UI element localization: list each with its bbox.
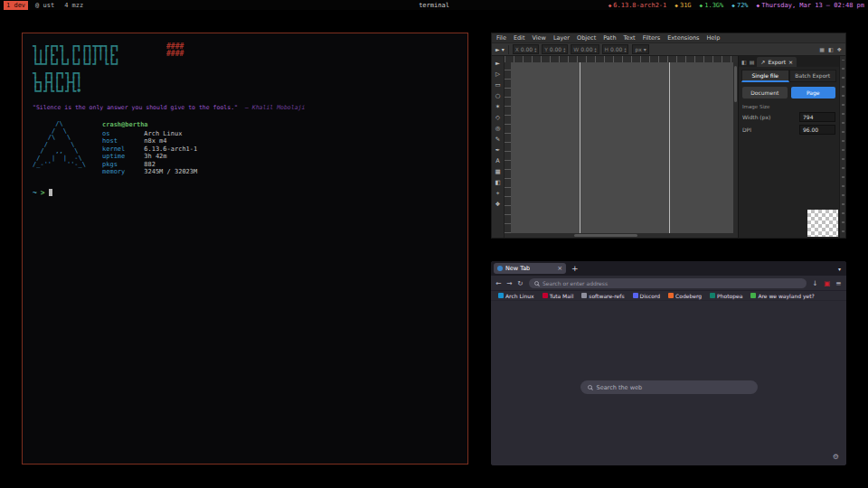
terminal-window[interactable]: ┓ ┏┏┓┓ ┏┓┏┓┳┳┓┏┓ ┃┃┃┣ ┃ ┃ ┃┃┃┃┃┣ ┗┻┛┗┛┗┛… <box>22 33 468 465</box>
canvas-horizontal-scrollbar[interactable] <box>505 233 738 238</box>
bookmark-item[interactable]: Discord <box>633 293 661 299</box>
inkscape-menubar: File Edit View Layer Object Path Text Fi… <box>492 33 845 42</box>
selector-tool-dropdown[interactable]: ► ▾ <box>495 46 505 52</box>
units-dropdown[interactable]: px ▾ <box>632 44 648 54</box>
tool-icon[interactable]: ❖ <box>493 199 503 209</box>
single-file-tab[interactable]: Single file <box>741 70 789 82</box>
fetch-value: n8x m4 <box>144 137 166 145</box>
status-module-icon: ◆ <box>675 2 678 8</box>
browser-toolbar-icon[interactable]: ↓ <box>811 279 819 287</box>
tool-icon[interactable]: ✎ <box>493 134 503 144</box>
units-value: px <box>635 46 641 52</box>
new-tab-button[interactable]: + <box>569 264 581 273</box>
menu-item[interactable]: Text <box>624 34 636 42</box>
dock-icon-2[interactable]: ▤ <box>750 59 755 67</box>
tool-icon[interactable]: ○ <box>493 90 503 100</box>
tool-icon[interactable]: ✒ <box>493 145 503 155</box>
spinbox-label: X <box>515 46 519 52</box>
workspace-tag[interactable]: 4 mzz <box>61 1 86 10</box>
browser-toolbar-icon[interactable]: ≡ <box>835 279 843 287</box>
coordinate-spinbox[interactable]: W 0.00 ▴▾ <box>571 44 599 54</box>
export-area-document-button[interactable]: Document <box>742 87 788 99</box>
export-tab-icon: ↗ <box>760 59 765 65</box>
toolbar-icon[interactable]: ❖ <box>837 46 842 52</box>
tool-icon[interactable]: ► <box>493 58 503 68</box>
spinbox-arrows-icon[interactable]: ▴▾ <box>534 47 536 52</box>
menu-item[interactable]: Edit <box>514 34 525 42</box>
workspace-tag[interactable]: 1 dev <box>4 1 28 10</box>
toolbar-separator <box>508 45 509 54</box>
workspace-tag[interactable]: @ ust <box>33 1 57 10</box>
spinbox-label: W <box>573 46 579 52</box>
tool-icon[interactable]: ✶ <box>493 101 503 111</box>
spinbox-arrows-icon[interactable]: ▴▾ <box>563 47 565 52</box>
export-field-input[interactable]: 96.00 <box>799 125 835 135</box>
coordinate-spinbox[interactable]: Y 0.00 ▴▾ <box>542 44 568 54</box>
bookmark-item[interactable]: Codeberg <box>668 293 702 299</box>
status-module-label: 31G <box>680 2 692 9</box>
dock-icon-1[interactable]: ◧ <box>741 59 747 67</box>
toolbar-icon[interactable]: ◧ <box>828 46 834 52</box>
browser-toolbar-icons: ↓ ▣ ≡ <box>811 279 843 287</box>
spinbox-value: 0.00 <box>580 46 592 52</box>
bookmark-item[interactable]: software-refs <box>581 293 624 299</box>
menu-item[interactable]: Extensions <box>667 34 699 42</box>
url-bar[interactable]: Search or enter address <box>529 278 807 288</box>
tool-icon[interactable]: ▷ <box>493 69 503 79</box>
tool-icon[interactable]: ◎ <box>493 123 503 133</box>
bookmark-item[interactable]: Are we wayland yet? <box>750 293 814 299</box>
coordinate-spinbox[interactable]: X 0.00 ▴▾ <box>513 44 540 54</box>
back-button[interactable]: ← <box>495 279 503 287</box>
bookmark-item[interactable]: Arch Linux <box>498 293 534 299</box>
forward-button[interactable]: → <box>505 279 514 287</box>
inkscape-window[interactable]: File Edit View Layer Object Path Text Fi… <box>491 33 846 239</box>
dock-tab-strip: ◧ ▤ ↗ Export × <box>739 56 839 67</box>
tool-icon[interactable]: ▭ <box>493 80 503 89</box>
reload-button[interactable]: ↻ <box>516 279 524 287</box>
tab-close-icon[interactable]: × <box>557 265 562 272</box>
toolbar-icon[interactable]: ▦ <box>819 46 825 52</box>
menu-item[interactable]: Object <box>577 34 596 42</box>
menu-item[interactable]: Layer <box>553 34 570 42</box>
spinbox-arrows-icon[interactable]: ▴▾ <box>594 47 596 52</box>
export-field-input[interactable]: 794 <box>799 112 835 122</box>
tool-icon[interactable]: A <box>493 155 503 165</box>
export-area-page-button[interactable]: Page <box>791 87 836 99</box>
menu-item[interactable]: Help <box>706 34 720 42</box>
inkscape-canvas[interactable] <box>511 62 733 233</box>
fetch-label: host <box>102 137 140 145</box>
scrollbar-thumb[interactable] <box>734 66 737 102</box>
fetch-info: crash@bertha os Arch Linux host n8x m4 <box>102 121 197 176</box>
export-panel: ◧ ▤ ↗ Export × Single file Batch Export … <box>738 56 839 238</box>
personalize-gear-icon[interactable]: ⚙ <box>833 453 839 461</box>
shell-prompt[interactable]: ~ > <box>33 189 458 197</box>
bookmark-item[interactable]: Tuta Mail <box>542 293 574 299</box>
bookmark-favicon-icon <box>633 293 638 298</box>
web-search-box[interactable]: Search the web <box>580 380 758 394</box>
prompt-symbol: > <box>41 189 45 197</box>
browser-tab[interactable]: New Tab × <box>494 263 566 274</box>
browser-toolbar-icon[interactable]: ▣ <box>823 279 831 287</box>
page-border-left <box>580 62 580 233</box>
menu-item[interactable]: File <box>496 34 506 42</box>
fetch-user-host: crash@bertha <box>102 121 197 129</box>
batch-export-tab[interactable]: Batch Export <box>789 70 837 82</box>
browser-window[interactable]: New Tab × + ▾ ← → ↻ Search or enter addr… <box>491 261 846 465</box>
bookmark-item[interactable]: Photopea <box>710 293 742 299</box>
scrollbar-thumb[interactable] <box>574 234 637 237</box>
tool-icon[interactable]: ◇ <box>493 112 503 122</box>
snap-toolbar <box>839 56 845 238</box>
bookmark-label: Are we wayland yet? <box>758 293 814 299</box>
export-tab[interactable]: ↗ Export × <box>757 57 797 67</box>
spinbox-arrows-icon[interactable]: ▴▾ <box>624 47 626 52</box>
tool-icon[interactable]: ⌖ <box>493 188 503 198</box>
coordinate-spinbox[interactable]: H 0.00 ▴▾ <box>602 44 629 54</box>
tool-icon[interactable]: ▦ <box>493 166 503 176</box>
menu-item[interactable]: View <box>532 34 545 42</box>
menu-item[interactable]: Path <box>603 34 616 42</box>
export-tab-close-icon[interactable]: × <box>788 59 793 65</box>
export-tab-label: Export <box>768 59 786 65</box>
menu-item[interactable]: Filters <box>643 34 660 42</box>
tab-list-chevron-icon[interactable]: ▾ <box>838 266 844 272</box>
tool-icon[interactable]: ◧ <box>493 177 503 187</box>
